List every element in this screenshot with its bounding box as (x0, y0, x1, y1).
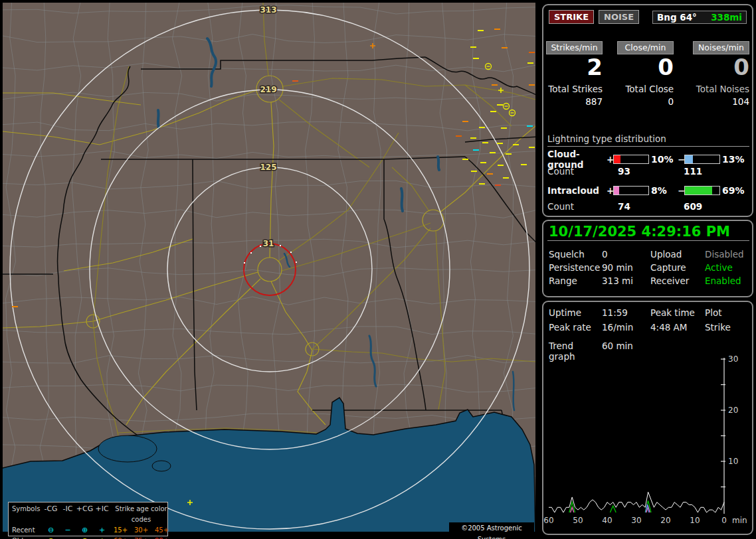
svg-text:60: 60 (543, 516, 553, 525)
age-90: 90+ (151, 536, 172, 539)
legend-header-neg-ic: -IC (60, 504, 76, 525)
persistence-value: 90 min (602, 261, 650, 274)
svg-text:31: 31 (263, 239, 274, 248)
legend-row-old-label: Old (12, 536, 42, 539)
svg-text:40: 40 (602, 516, 612, 525)
svg-text:20: 20 (660, 516, 670, 525)
bearing-value: Bng 64° (657, 12, 697, 23)
ic-plus-count: 74 (618, 201, 630, 212)
age-30: 30+ (131, 525, 151, 536)
bearing-readout: Bng 64° 338mi (652, 11, 747, 24)
receiver-label: Receiver (650, 274, 705, 287)
cloud-ground-count-row: Count 93 111 (547, 166, 574, 176)
count-label: Count (547, 201, 574, 212)
squelch-label: Squelch (549, 248, 602, 261)
intracloud-label: Intracloud (547, 185, 607, 196)
noises-column: Noises/min 0 Total Noises 104 (693, 41, 749, 107)
svg-text:125: 125 (260, 163, 276, 172)
legend-header-ages: Strike age color codes (110, 504, 172, 525)
status-panel: STRIKE NOISE Bng 64° 338mi Strikes/min 2… (538, 0, 756, 539)
capture-value: Active (705, 261, 749, 274)
trend-box: Uptime 11:59 Peak time Plot Peak rate 16… (542, 301, 753, 535)
ic-minus-count: 609 (684, 201, 702, 212)
persistence-label: Persistence (549, 261, 602, 274)
pos-ic-old-icon: + (94, 536, 110, 539)
strike-stats-box: STRIKE NOISE Bng 64° 338mi Strikes/min 2… (542, 4, 753, 217)
age-60: 60+ (110, 536, 131, 539)
cloud-ground-row: Cloud-ground + 10% − 13% (547, 149, 745, 159)
cg-minus-percent: 13% (720, 154, 745, 165)
legend-header-pos-ic: +IC (94, 504, 110, 525)
legend-header-neg-cg: -CG (42, 504, 60, 525)
svg-text:30: 30 (631, 516, 641, 525)
copyright-label: ©2005 Astrogenic Systems (449, 522, 534, 534)
ic-plus-percent: 8% (649, 185, 678, 196)
map-graphics: 31321912531 (0, 0, 538, 539)
status-row: Range 313 mi Receiver Enabled (549, 274, 749, 287)
intracloud-count-row: Count 74 609 (547, 201, 574, 211)
intracloud-row: Intracloud + 8% − 69% (547, 185, 745, 195)
trend-graph: 1020306050403020100min (543, 302, 749, 534)
total-close-value: 0 (617, 96, 674, 107)
upload-value: Disabled (705, 248, 749, 261)
strikes-per-min-button[interactable]: Strikes/min (546, 41, 603, 54)
ic-minus-bar (684, 186, 720, 195)
pos-cg-old-icon: ⊕ (76, 536, 94, 539)
svg-text:10: 10 (728, 457, 738, 466)
neg-cg-recent-icon: ⊖ (42, 525, 60, 536)
svg-text:10: 10 (690, 516, 700, 525)
svg-text:30: 30 (728, 354, 738, 364)
strike-button[interactable]: STRIKE (549, 10, 594, 24)
close-per-min-value: 0 (617, 55, 674, 79)
status-row: Squelch 0 Upload Disabled (549, 248, 749, 261)
noises-per-min-button[interactable]: Noises/min (693, 41, 749, 54)
range-value: 313 mi (602, 274, 650, 287)
distance-value: 338mi (711, 12, 742, 23)
cg-plus-count: 93 (618, 166, 630, 177)
system-status-box: 10/17/2025 4:29:16 PM Squelch 0 Upload D… (542, 220, 753, 297)
svg-text:20: 20 (728, 406, 738, 415)
pos-cg-recent-icon: ⊕ (76, 525, 94, 536)
total-noises-value: 104 (693, 96, 749, 107)
distribution-title: Lightning type distribution (547, 133, 749, 147)
neg-ic-recent-icon: − (60, 525, 76, 536)
minus-sign: − (678, 154, 684, 165)
legend-row-recent-label: Recent (12, 525, 42, 536)
capture-label: Capture (650, 261, 705, 274)
svg-text:50: 50 (573, 516, 583, 525)
cg-minus-count: 111 (684, 166, 702, 177)
neg-ic-old-icon: − (60, 536, 76, 539)
ic-plus-bar (613, 186, 649, 195)
status-row: Persistence 90 min Capture Active (549, 261, 749, 274)
receiver-value: Enabled (705, 274, 749, 287)
plus-sign: + (607, 154, 613, 165)
strikes-per-min-value: 2 (546, 55, 603, 79)
symbol-legend: Symbols -CG -IC +CG +IC Strike age color… (8, 502, 168, 536)
total-noises-label: Total Noises (693, 84, 749, 94)
range-label: Range (549, 274, 602, 287)
legend-header-symbols: Symbols (12, 504, 42, 525)
strikes-column: Strikes/min 2 Total Strikes 887 (546, 41, 603, 107)
cg-plus-bar (613, 155, 649, 164)
map-canvas[interactable]: 31321912531 Symbols -CG -IC +CG +IC Stri… (0, 0, 538, 539)
svg-text:219: 219 (260, 85, 276, 94)
close-column: Close/min 0 Total Close 0 (617, 41, 674, 107)
cg-minus-bar (684, 155, 720, 164)
legend-header-pos-cg: +CG (76, 504, 94, 525)
squelch-value: 0 (602, 248, 650, 261)
svg-text:313: 313 (260, 5, 276, 15)
cg-plus-percent: 10% (649, 154, 678, 165)
svg-text:0: 0 (721, 516, 727, 525)
divider (547, 240, 749, 241)
pos-ic-recent-icon: + (94, 525, 110, 536)
svg-text:min: min (732, 516, 747, 525)
minus-sign: − (678, 185, 684, 196)
upload-label: Upload (650, 248, 705, 261)
total-strikes-value: 887 (546, 96, 603, 107)
total-strikes-label: Total Strikes (546, 84, 603, 94)
ic-minus-percent: 69% (720, 185, 745, 196)
age-75: 75+ (131, 536, 151, 539)
noise-button[interactable]: NOISE (599, 10, 639, 24)
age-45: 45+ (151, 525, 172, 536)
close-per-min-button[interactable]: Close/min (617, 41, 674, 54)
